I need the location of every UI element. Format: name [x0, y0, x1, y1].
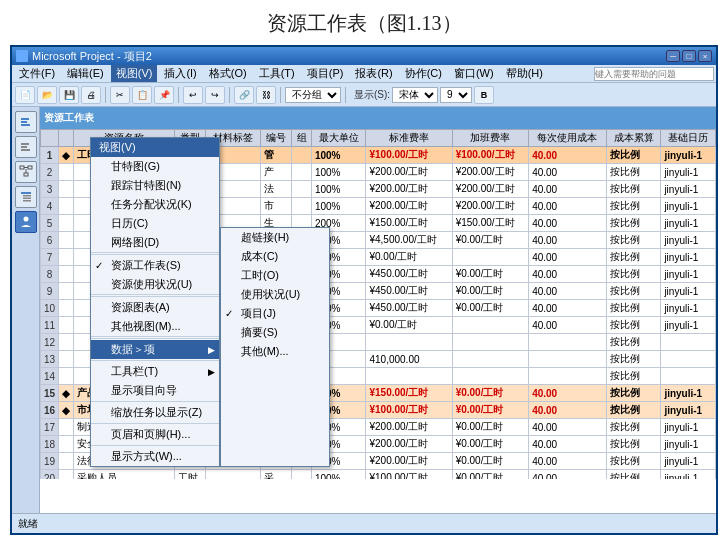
table-cell[interactable]: [59, 181, 74, 198]
font-select[interactable]: 宋体: [392, 87, 438, 103]
menu-window[interactable]: 窗口(W): [449, 65, 499, 82]
table-cell[interactable]: [59, 334, 74, 351]
table-cell[interactable]: 按比例: [606, 181, 661, 198]
table-cell[interactable]: 1: [41, 147, 59, 164]
table-cell[interactable]: 采购人员: [74, 470, 175, 480]
tb-new[interactable]: 📄: [15, 86, 35, 104]
table-cell[interactable]: 按比例: [606, 198, 661, 215]
table-cell[interactable]: [366, 334, 452, 351]
size-select[interactable]: 9: [440, 87, 472, 103]
table-cell[interactable]: jinyuli-1: [661, 453, 716, 470]
table-cell[interactable]: ¥0.00/工时: [452, 385, 529, 402]
table-cell[interactable]: [452, 351, 529, 368]
menu-other-views[interactable]: 其他视图(M)...: [91, 317, 219, 336]
table-cell[interactable]: ¥200.00/工时: [366, 419, 452, 436]
table-cell[interactable]: 40.00: [529, 147, 607, 164]
table-cell[interactable]: ¥0.00/工时: [452, 283, 529, 300]
table-cell[interactable]: 按比例: [606, 385, 661, 402]
table-cell[interactable]: jinyuli-1: [661, 181, 716, 198]
table-cell[interactable]: ¥0.00/工时: [452, 419, 529, 436]
submenu-other[interactable]: 其他(M)...: [221, 342, 329, 361]
menu-insert[interactable]: 插入(I): [159, 65, 201, 82]
menu-zoom[interactable]: 缩放任务以显示(Z): [91, 403, 219, 422]
menu-resource-sheet[interactable]: 资源工作表(S): [91, 256, 219, 275]
table-cell[interactable]: ¥100.00/工时: [366, 402, 452, 419]
sidebar-gantt-icon[interactable]: [15, 111, 37, 133]
table-cell[interactable]: 40.00: [529, 164, 607, 181]
table-cell[interactable]: 40.00: [529, 249, 607, 266]
menu-network[interactable]: 网络图(D): [91, 233, 219, 252]
menu-calendar[interactable]: 日历(C): [91, 214, 219, 233]
table-cell[interactable]: ¥100.00/工时: [366, 147, 452, 164]
table-cell[interactable]: ¥4,500.00/工时: [366, 232, 452, 249]
menu-resource-usage[interactable]: 资源使用状况(U): [91, 275, 219, 294]
table-cell[interactable]: 按比例: [606, 436, 661, 453]
table-cell[interactable]: jinyuli-1: [661, 249, 716, 266]
menu-format[interactable]: 格式(O): [204, 65, 252, 82]
table-cell[interactable]: 10: [41, 300, 59, 317]
search-input[interactable]: [594, 67, 714, 81]
table-cell[interactable]: 12: [41, 334, 59, 351]
table-cell[interactable]: 6: [41, 232, 59, 249]
table-cell[interactable]: 13: [41, 351, 59, 368]
submenu-cost[interactable]: 成本(C): [221, 247, 329, 266]
table-cell[interactable]: ¥200.00/工时: [366, 164, 452, 181]
table-cell[interactable]: jinyuli-1: [661, 436, 716, 453]
tb-paste[interactable]: 📌: [154, 86, 174, 104]
table-cell[interactable]: 按比例: [606, 351, 661, 368]
menu-data-section[interactable]: 数据＞项: [91, 340, 219, 359]
table-cell[interactable]: ¥0.00/工时: [452, 453, 529, 470]
menu-task-assign[interactable]: 任务分配状况(K): [91, 195, 219, 214]
menu-header-footer[interactable]: 页眉和页脚(H)...: [91, 425, 219, 444]
menu-help[interactable]: 帮助(H): [501, 65, 548, 82]
table-cell[interactable]: 按比例: [606, 402, 661, 419]
table-cell[interactable]: ¥150.00/工时: [366, 385, 452, 402]
table-cell[interactable]: [59, 317, 74, 334]
table-cell[interactable]: [59, 232, 74, 249]
table-cell[interactable]: [529, 334, 607, 351]
table-cell[interactable]: ¥200.00/工时: [366, 436, 452, 453]
table-cell[interactable]: 按比例: [606, 300, 661, 317]
table-row[interactable]: 20采购人员工时采100%¥100.00/工时¥0.00/工时40.00按比例j…: [41, 470, 716, 480]
table-cell[interactable]: [59, 453, 74, 470]
table-cell[interactable]: 410,000.00: [366, 351, 452, 368]
table-cell[interactable]: ¥0.00/工时: [452, 470, 529, 480]
table-cell[interactable]: 按比例: [606, 317, 661, 334]
table-cell[interactable]: 40.00: [529, 453, 607, 470]
menu-file[interactable]: 文件(F): [14, 65, 60, 82]
table-cell[interactable]: jinyuli-1: [661, 419, 716, 436]
table-cell[interactable]: 40.00: [529, 402, 607, 419]
table-cell[interactable]: 按比例: [606, 215, 661, 232]
table-cell[interactable]: 19: [41, 453, 59, 470]
table-cell[interactable]: 按比例: [606, 164, 661, 181]
sidebar-assignment-icon[interactable]: [15, 186, 37, 208]
table-cell[interactable]: [452, 368, 529, 385]
table-cell[interactable]: [59, 436, 74, 453]
menu-toolbar[interactable]: 工具栏(T): [91, 362, 219, 381]
submenu-summary[interactable]: 摘要(S): [221, 323, 329, 342]
table-cell[interactable]: jinyuli-1: [661, 470, 716, 480]
table-cell[interactable]: [529, 368, 607, 385]
table-cell[interactable]: ◆: [59, 147, 74, 164]
minimize-button[interactable]: ─: [666, 50, 680, 62]
table-cell[interactable]: ¥0.00/工时: [366, 317, 452, 334]
table-cell[interactable]: 40.00: [529, 470, 607, 480]
table-cell[interactable]: ¥200.00/工时: [366, 181, 452, 198]
table-cell[interactable]: ◆: [59, 402, 74, 419]
table-cell[interactable]: 按比例: [606, 368, 661, 385]
table-cell[interactable]: 40.00: [529, 419, 607, 436]
menu-tracking-gantt[interactable]: 跟踪甘特图(N): [91, 176, 219, 195]
table-cell[interactable]: [661, 351, 716, 368]
table-cell[interactable]: ¥150.00/工时: [452, 215, 529, 232]
table-cell[interactable]: ¥0.00/工时: [452, 402, 529, 419]
sidebar-resource-icon[interactable]: [15, 211, 37, 233]
table-cell[interactable]: [59, 249, 74, 266]
tb-cut[interactable]: ✂: [110, 86, 130, 104]
table-cell[interactable]: ¥200.00/工时: [366, 198, 452, 215]
submenu-hyperlink[interactable]: 超链接(H): [221, 228, 329, 247]
table-cell[interactable]: 17: [41, 419, 59, 436]
table-cell[interactable]: 40.00: [529, 181, 607, 198]
table-cell[interactable]: jinyuli-1: [661, 385, 716, 402]
table-cell[interactable]: 40.00: [529, 317, 607, 334]
table-cell[interactable]: ¥450.00/工时: [366, 283, 452, 300]
